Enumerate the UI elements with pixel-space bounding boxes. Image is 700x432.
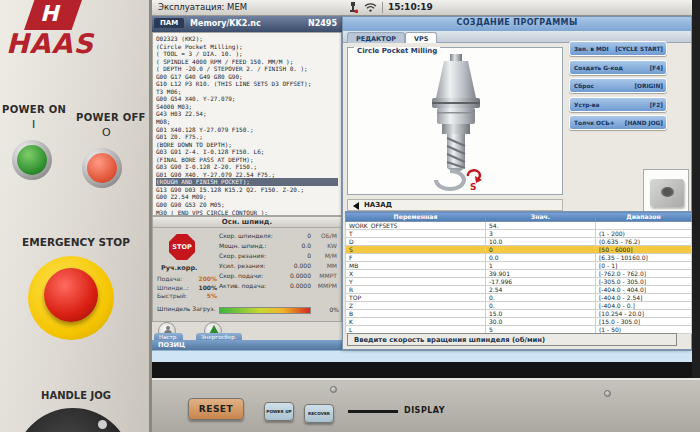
- softkey-button[interactable]: Сброс[ORIGIN]: [569, 78, 667, 93]
- power-on-symbol: I: [32, 118, 35, 131]
- variable-value: 3: [486, 230, 596, 238]
- part-block-graphic: [650, 179, 684, 207]
- display-group-label: DISPLAY: [404, 406, 445, 415]
- screw: [604, 390, 611, 397]
- variable-name: B: [346, 310, 486, 318]
- softkey-button[interactable]: Создать G-код[F4]: [569, 60, 667, 75]
- readout-row: Актив. подача:0.0000ММРМ: [219, 281, 341, 291]
- softkey-label: Сброс: [574, 83, 594, 89]
- spindle-direction-s: S: [470, 182, 476, 192]
- power-on-button[interactable]: [12, 140, 52, 180]
- variable-row[interactable]: S0[50 - 6000]: [346, 246, 692, 254]
- variable-range: [50 - 6000]: [596, 246, 692, 254]
- gcode-line: G01 X40.128 Y-27.079 F150.;: [156, 126, 341, 134]
- monitor-bezel: [152, 362, 700, 378]
- col-variable: Переменная: [346, 212, 486, 222]
- readout-unit: ММ: [311, 261, 337, 271]
- readout-row: Усил. резания:0.000ММ: [219, 261, 341, 271]
- gcode-line: (BORE DOWN TO DEPTH);: [156, 141, 341, 149]
- variable-row[interactable]: Z0.[-404.0 - 0.]: [346, 302, 692, 310]
- pendant-photo: HAAS POWER ON I POWER OFF O EMERGENCY ST…: [0, 0, 700, 432]
- program-pane-header: ПАМ Memory/KK2.nc N2495: [152, 16, 342, 32]
- statusbar-divider: [382, 2, 383, 13]
- variable-range: [0 - 1]: [596, 262, 692, 270]
- softkey-button[interactable]: Устр-ва[F2]: [569, 97, 667, 112]
- variable-row[interactable]: TOP0.[-404.0 - 2.54]: [346, 294, 692, 302]
- positions-bar[interactable]: ПОЗИЦ: [152, 340, 342, 350]
- power-off-button[interactable]: [82, 148, 122, 188]
- variable-range: (0.635 - 76.2): [596, 238, 692, 246]
- override-value: 5%: [207, 292, 217, 301]
- variable-name: S: [346, 246, 486, 254]
- variable-row[interactable]: D10.0(0.635 - 76.2): [346, 238, 692, 246]
- gcode-line: M08;: [156, 118, 341, 126]
- reset-key[interactable]: RESET: [188, 398, 244, 420]
- readout-label: Скор. шпинделя:: [219, 231, 277, 241]
- power-up-key[interactable]: POWER UP: [264, 402, 294, 421]
- col-range: Диапазон: [596, 212, 692, 222]
- part-hole-graphic: [661, 187, 674, 197]
- gcode-line: G43 H03 Z2.54;: [156, 110, 341, 118]
- power-off-label: POWER OFF: [76, 112, 146, 123]
- prompt-message: Введите скорость вращения шпинделя (об/м…: [347, 333, 677, 346]
- override-list: Подача:200%Шпинде..:100%Быстрый:5%: [157, 275, 217, 301]
- handle-jog-wheel[interactable]: [14, 408, 132, 432]
- override-label: Шпинде..:: [157, 284, 189, 293]
- jog-wheel-dimple: [98, 420, 107, 429]
- variable-row[interactable]: R2.54[-404.0 - 404.0]: [346, 286, 692, 294]
- gcode-line: G00 G54 X40. Y-27.079;: [156, 95, 341, 103]
- override-row: Быстрый:5%: [157, 292, 217, 301]
- readout-value: 0.0000: [277, 281, 311, 291]
- back-label: НАЗАД: [364, 201, 392, 209]
- variable-row[interactable]: T3(1 - 200): [346, 230, 692, 238]
- tab-vps[interactable]: VPS: [405, 32, 437, 43]
- override-value: 100%: [198, 284, 217, 293]
- variable-row[interactable]: Y-17.996[-305.0 - 305.0]: [346, 278, 692, 286]
- variable-range: (1 - 200): [596, 230, 692, 238]
- spindle-load-row: Шпиндель Загруз. 0%: [157, 305, 341, 317]
- vps-window: СОЗДАНИЕ ПРОГРАММЫ РЕДАКТОР VPS Circle P…: [342, 16, 692, 350]
- variable-value: 30.0: [486, 318, 596, 326]
- recover-key[interactable]: RECOVER: [304, 404, 334, 423]
- variable-row[interactable]: F0.0[6.35 - 10160.0]: [346, 254, 692, 262]
- circle-pocket-groupbox: Circle Pocket Milling: [347, 47, 563, 195]
- gcode-line: G03 G90 I-0.128 Z-20. F150.;: [156, 163, 341, 171]
- gcode-listing[interactable]: O02323 (KK2);(Circle Pocket Milling);( T…: [152, 32, 342, 216]
- gcode-line: G01 Z0. F75.;: [156, 133, 341, 141]
- variable-value: 15.0: [486, 310, 596, 318]
- variable-row[interactable]: X39.901[-762.0 - 762.0]: [346, 270, 692, 278]
- readout-value: 0: [277, 231, 311, 241]
- input-line[interactable]: [152, 350, 692, 362]
- variable-name: K: [346, 318, 486, 326]
- tab-editor[interactable]: РЕДАКТОР: [347, 32, 405, 43]
- softkey-button[interactable]: Толчк ОСЬ+[HAND JOG]: [569, 115, 667, 130]
- variable-row[interactable]: K30.0[15.0 - 305.0]: [346, 318, 692, 326]
- softkey-hardkey: [CYCLE START]: [615, 46, 663, 52]
- gcode-line: M30 ( END VPS CIRCLE CONTOUR );: [156, 209, 341, 216]
- emergency-stop-button[interactable]: [44, 268, 98, 322]
- readout-value: 0.000: [277, 261, 311, 271]
- variable-row[interactable]: WORK_OFFSETS54.: [346, 222, 692, 230]
- softkey-hardkey: [ORIGIN]: [634, 83, 663, 89]
- readout-row: Скор. шпинделя:0ОБ/М: [219, 231, 341, 241]
- readout-value: 0.0000: [277, 271, 311, 281]
- variable-range: [6.35 - 10160.0]: [596, 254, 692, 262]
- override-value: 200%: [198, 275, 217, 284]
- variable-row[interactable]: MB1[0 - 1]: [346, 262, 692, 270]
- variable-row[interactable]: B15.0[10.254 - 20.0]: [346, 310, 692, 318]
- softkey-button[interactable]: Зап. в MDI[CYCLE START]: [569, 41, 667, 56]
- haas-brand-text: HAAS: [6, 28, 94, 59]
- softkey-column: Зап. в MDI[CYCLE START]Создать G-код[F4]…: [569, 41, 667, 134]
- tool-holder-illustration: S: [406, 54, 506, 192]
- gcode-line: (ROUGH AND FINISH POCKET);: [156, 178, 338, 186]
- handle-jog-label: HANDLE JOG: [0, 390, 152, 401]
- variable-value: 1: [486, 262, 596, 270]
- memory-tab[interactable]: ПАМ: [154, 18, 184, 28]
- readout-label: Мощн. шпинд.:: [219, 241, 277, 251]
- clock: 15:10:19: [388, 2, 433, 12]
- gcode-line: G10 L12 P3 R10. (THIS LINE SETS D3 OFFSE…: [156, 80, 341, 88]
- variable-value: 39.901: [486, 270, 596, 278]
- monitor-bezel-right: [692, 0, 700, 432]
- softkey-label: Устр-ва: [574, 102, 599, 108]
- back-button[interactable]: НАЗАД: [347, 199, 563, 211]
